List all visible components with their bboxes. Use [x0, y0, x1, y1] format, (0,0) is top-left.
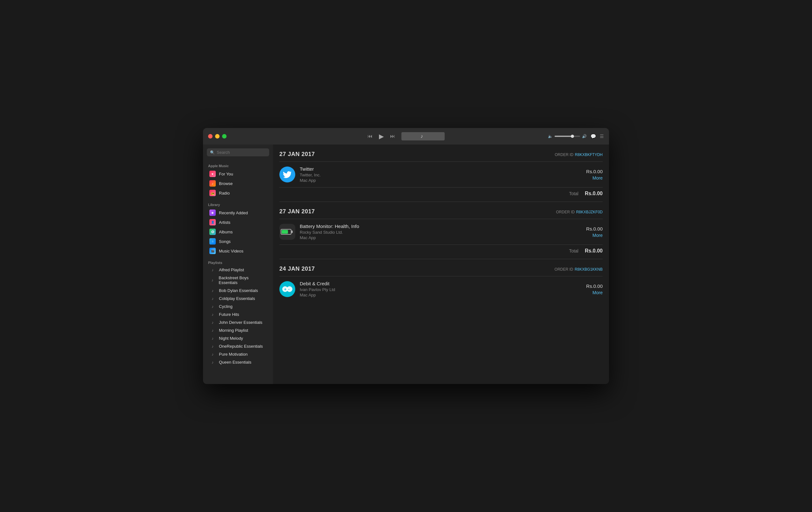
- playlist-note-icon: ♪: [209, 304, 216, 309]
- sidebar-item-for-you[interactable]: ♥ For You: [204, 169, 272, 179]
- titlebar-center: ⏮ ▶ ⏭ ♪: [368, 132, 445, 140]
- twitter-more-link[interactable]: More: [592, 176, 603, 181]
- bob-dylan-label: Bob Dylan Essentials: [219, 288, 258, 293]
- songs-icon: ♫: [209, 238, 216, 245]
- fullscreen-button[interactable]: [222, 134, 227, 138]
- sidebar-item-artists[interactable]: 👤 Artists: [204, 217, 272, 227]
- playlist-note-icon: ♪: [209, 289, 216, 293]
- recently-added-icon: ◉: [209, 210, 216, 216]
- albums-label: Albums: [219, 230, 233, 234]
- play-button[interactable]: ▶: [379, 132, 384, 140]
- purchase-item-battery: Battery Monitor: Health, Info Rocky Sand…: [279, 219, 603, 245]
- radio-icon: 📻: [209, 190, 216, 196]
- close-button[interactable]: [208, 134, 212, 138]
- search-input[interactable]: [217, 150, 266, 155]
- titlebar: ⏮ ▶ ⏭ ♪ 🔈 🔊 💬 ☰: [203, 128, 609, 144]
- sidebar-item-pure-motivation[interactable]: ♪ Pure Motivation: [204, 350, 272, 358]
- twitter-developer: Twitter, Inc.: [300, 172, 582, 177]
- sidebar-item-music-videos[interactable]: 🎬 Music Videos: [204, 246, 272, 256]
- rewind-button[interactable]: ⏮: [368, 133, 373, 139]
- group-1-total-label: Total: [569, 191, 578, 196]
- playlist-note-icon: ♪: [209, 320, 216, 325]
- sidebar-item-backstreet-boys[interactable]: ♪ Backstreet Boys Essentials: [204, 274, 272, 287]
- for-you-icon: ♥: [209, 171, 216, 177]
- sidebar-item-albums[interactable]: 💿 Albums: [204, 227, 272, 237]
- group-2-total-amount: Rs.0.00: [585, 248, 603, 254]
- now-playing-bar[interactable]: ♪: [402, 132, 445, 140]
- sidebar-item-radio[interactable]: 📻 Radio: [204, 188, 272, 198]
- group-2-header: 27 JAN 2017 ORDER ID R8KXBJZKF0D: [279, 202, 603, 219]
- group-1-date: 27 JAN 2017: [279, 151, 315, 158]
- playlist-note-icon: ♪: [209, 278, 215, 282]
- search-box[interactable]: 🔍: [207, 149, 269, 156]
- battery-name: Battery Monitor: Health, Info: [300, 223, 582, 229]
- traffic-lights: [208, 134, 227, 138]
- debit-name: Debit & Credit: [300, 281, 582, 286]
- order-id-link-1[interactable]: R8KXBKFTYDH: [575, 153, 603, 157]
- debit-more-link[interactable]: More: [592, 290, 603, 295]
- twitter-app-icon: [279, 166, 295, 183]
- queen-essentials-label: Queen Essentials: [219, 360, 251, 365]
- debit-app-icon: + -: [279, 281, 295, 297]
- debit-type: Mac App: [300, 293, 582, 297]
- sidebar-item-queen-essentials[interactable]: ♪ Queen Essentials: [204, 358, 272, 366]
- lyrics-button[interactable]: 💬: [590, 134, 596, 139]
- backstreet-label: Backstreet Boys Essentials: [219, 275, 267, 285]
- volume-thumb: [571, 135, 574, 138]
- minimize-button[interactable]: [215, 134, 220, 138]
- sidebar-item-browse[interactable]: ♪ Browse: [204, 179, 272, 188]
- queue-button[interactable]: ☰: [600, 134, 604, 139]
- sidebar-item-songs[interactable]: ♫ Songs: [204, 237, 272, 246]
- purchase-group-3: 24 JAN 2017 ORDER ID R8KXBG1KKNB: [273, 259, 609, 302]
- browse-label: Browse: [219, 181, 233, 186]
- battery-price-col: Rs.0.00 More: [586, 226, 603, 238]
- sidebar-item-night-melody[interactable]: ♪ Night Melody: [204, 334, 272, 342]
- music-note-icon: ♪: [420, 133, 423, 139]
- svg-point-7: [287, 286, 292, 292]
- sidebar-item-coldplay[interactable]: ♪ Coldplay Essentials: [204, 295, 272, 302]
- playlists-section-label: Playlists: [203, 258, 273, 266]
- order-id-link-2[interactable]: R8KXBJZKF0D: [576, 210, 603, 214]
- apple-music-section-label: Apple Music: [203, 161, 273, 169]
- purchase-group-1: 27 JAN 2017 ORDER ID R8KXBKFTYDH: [273, 144, 609, 201]
- transport-controls: ⏮ ▶ ⏭: [368, 132, 395, 140]
- svg-text:+: +: [284, 287, 286, 292]
- alfred-playlist-label: Alfred Playlist: [219, 267, 244, 272]
- coldplay-label: Coldplay Essentials: [219, 296, 255, 301]
- songs-label: Songs: [219, 239, 231, 244]
- playlist-note-icon: ♪: [209, 268, 216, 272]
- battery-price: Rs.0.00: [586, 226, 603, 232]
- sidebar-item-john-denver[interactable]: ♪ John Denver Essentials: [204, 318, 272, 326]
- order-id-link-3[interactable]: R8KXBG1KKNB: [575, 267, 603, 272]
- for-you-label: For You: [219, 171, 233, 177]
- sidebar-item-onerepublic[interactable]: ♪ OneRepublic Essentials: [204, 342, 272, 350]
- debit-info: Debit & Credit Ivan Pavlov Pty Ltd Mac A…: [300, 281, 582, 297]
- music-videos-icon: 🎬: [209, 248, 216, 254]
- playlist-note-icon: ♪: [209, 360, 216, 365]
- sidebar-item-recently-added[interactable]: ◉ Recently Added: [204, 208, 272, 217]
- battery-app-icon: [279, 224, 295, 240]
- radio-label: Radio: [219, 191, 230, 195]
- svg-text:-: -: [288, 287, 290, 292]
- svg-rect-4: [282, 230, 288, 234]
- sidebar-item-morning-playlist[interactable]: ♪ Morning Playlist: [204, 326, 272, 334]
- sidebar-item-bob-dylan[interactable]: ♪ Bob Dylan Essentials: [204, 287, 272, 295]
- morning-playlist-label: Morning Playlist: [219, 328, 248, 333]
- recently-added-label: Recently Added: [219, 211, 248, 215]
- playlist-note-icon: ♪: [209, 296, 216, 301]
- group-3-order: ORDER ID R8KXBG1KKNB: [555, 266, 603, 272]
- sidebar-item-cycling[interactable]: ♪ Cycling: [204, 302, 272, 311]
- svg-rect-3: [291, 231, 293, 233]
- battery-more-link[interactable]: More: [592, 233, 603, 238]
- order-id-label-3: ORDER ID: [555, 267, 573, 272]
- volume-slider[interactable]: [555, 136, 580, 137]
- sidebar-item-future-hits[interactable]: ♪ Future Hits: [204, 311, 272, 318]
- volume-low-icon: 🔈: [548, 134, 553, 138]
- twitter-price-col: Rs.0.00 More: [586, 169, 603, 181]
- albums-icon: 💿: [209, 228, 216, 235]
- sidebar: 🔍 Apple Music ♥ For You ♪ Browse 📻: [203, 144, 273, 384]
- forward-button[interactable]: ⏭: [390, 133, 395, 139]
- group-1-header: 27 JAN 2017 ORDER ID R8KXBKFTYDH: [279, 144, 603, 161]
- sidebar-item-alfred-playlist[interactable]: ♪ Alfred Playlist: [204, 266, 272, 274]
- group-3-date: 24 JAN 2017: [279, 266, 315, 272]
